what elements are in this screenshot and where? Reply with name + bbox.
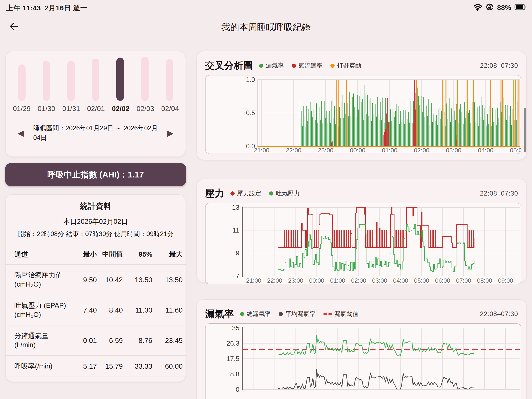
y-tick-label: 26.3 (227, 340, 239, 347)
legend-label: 壓力設定 (237, 189, 261, 198)
day-label: 02/03 (133, 105, 158, 113)
session-time-range: 22:08–07:30 (480, 310, 518, 318)
legend: 總漏氣率 平均漏氣率 漏氣閾值 (240, 310, 359, 318)
leak-threshold-dash-icon (323, 313, 332, 315)
stat-value: 0.01 (70, 336, 97, 345)
next-week-button[interactable]: ▶ (167, 129, 173, 137)
stat-value: 13.50 (152, 276, 183, 284)
y-tick-label: 1.0 (246, 76, 255, 83)
y-tick-label: 35 (232, 324, 239, 332)
total-leak-series (278, 335, 474, 356)
usage-bar[interactable] (166, 59, 173, 101)
x-tick-label: 21:00 (246, 277, 261, 284)
stats-row: 分鐘通氣量(L/min)0.016.598.7623.45 (6, 325, 186, 355)
legend-label: 漏氣率 (266, 62, 284, 70)
x-tick-label: 03:00 (446, 147, 461, 153)
x-tick-label: 01:00 (382, 147, 397, 153)
stat-value: 6.59 (97, 336, 123, 345)
x-tick-label: 00:00 (309, 277, 324, 284)
stat-value: 7.40 (70, 306, 97, 314)
cross-analysis-card: 交叉分析圖 漏氣率 氣流速率 打鼾震動 22:08–07:30 21:0022:… (196, 51, 527, 160)
x-tick-label: 02:00 (414, 147, 429, 153)
x-tick-label: 23:00 (318, 147, 333, 153)
legend: 漏氣率 氣流速率 打鼾震動 (259, 62, 361, 70)
session-time-range: 22:08–07:30 (480, 190, 518, 197)
avg-leak-dot-icon (279, 312, 283, 316)
stats-row: 呼吸容積(mL)0.57415.76528.681436.05 (6, 377, 186, 382)
stat-value: 8.40 (97, 306, 123, 314)
flow-rate-dot-icon (292, 63, 296, 68)
day-label: 02/01 (83, 105, 108, 113)
usage-bar[interactable] (141, 57, 149, 101)
day-label: 02/04 (158, 105, 183, 113)
x-tick-label: 23:00 (288, 277, 304, 284)
usage-bar[interactable] (67, 61, 75, 101)
usage-bar[interactable] (43, 61, 50, 101)
status-bar: 上午 11:432月16日 週一 88% (0, 2, 532, 13)
status-date: 2月16日 週一 (45, 4, 88, 12)
scrollbar[interactable] (524, 108, 526, 152)
stat-value: 10.42 (97, 276, 123, 284)
pressure-card: 壓力 壓力設定 吐氣壓力 22:08–07:30 21:0022:0023:00… (196, 179, 527, 283)
channel-name: 陽壓治療壓力值 (cmH₂O) (14, 271, 70, 289)
chart-title: 交叉分析圖 (205, 59, 253, 72)
usage-bar[interactable] (116, 57, 124, 101)
leak-rate-plot[interactable]: 3526.317.58.80 (205, 323, 521, 399)
legend-label: 吐氣壓力 (276, 189, 300, 198)
y-tick-label: 0.5 (246, 109, 255, 117)
stats-table-header: 通道 最小 中間值 95% 最大 (6, 244, 186, 264)
stat-value: 11.60 (152, 306, 183, 314)
page-title: 我的本周睡眠呼吸紀錄 (0, 19, 532, 35)
stat-value: 33.33 (123, 362, 152, 370)
column-header: 最小 (70, 250, 97, 259)
legend: 壓力設定 吐氣壓力 (230, 189, 300, 198)
avg-leak-series (278, 369, 474, 389)
usage-bar[interactable] (18, 64, 25, 101)
status-time-date: 上午 11:432月16日 週一 (6, 3, 91, 13)
prev-week-button[interactable]: ◀ (18, 129, 24, 137)
x-tick-label: 22:00 (286, 147, 301, 153)
week-day-labels: 01/2901/3001/3102/0102/0202/0302/04 (9, 105, 186, 113)
x-tick-label: 07:00 (456, 277, 471, 284)
legend-label: 打鼾震動 (337, 62, 361, 70)
battery-icon (514, 4, 527, 11)
column-header: 中間值 (97, 250, 123, 259)
usage-bar[interactable] (92, 59, 99, 101)
x-tick-label: 04:00 (478, 147, 493, 153)
session-time-range: 22:08–07:30 (480, 62, 518, 70)
channel-name: 呼吸率(/min) (14, 361, 70, 371)
day-label: 01/29 (9, 105, 34, 113)
cross-analysis-plot[interactable]: 21:0022:0023:0000:0001:0002:0003:0004:00… (205, 75, 521, 154)
column-header: 通道 (14, 250, 70, 259)
legend-label: 平均漏氣率 (285, 310, 316, 318)
left-column: 01/2901/3001/3102/0102/0202/0302/04 ◀ 睡眠… (5, 51, 186, 382)
chart-canvas: 21:0022:0023:0000:0001:0002:0003:0004:00… (206, 76, 521, 153)
stat-value: 5.17 (70, 362, 97, 370)
pressure-plot[interactable]: 21:0022:0023:0000:0001:0002:0003:0004:00… (205, 203, 521, 284)
stats-row: 呼吸率(/min)5.1715.7933.3360.00 (6, 355, 186, 377)
stats-row: 陽壓治療壓力值 (cmH₂O)9.5010.4213.5013.50 (6, 264, 186, 295)
chart-canvas: 3526.317.58.80 (206, 324, 521, 399)
wifi-icon (473, 3, 482, 12)
x-tick-label: 08:00 (477, 277, 492, 284)
x-tick-label: 03:00 (372, 277, 387, 284)
x-tick-label: 09:00 (498, 277, 513, 284)
stat-value: 13.50 (123, 276, 152, 284)
epap-dot-icon (269, 191, 273, 196)
day-label: 02/02 (108, 105, 133, 113)
x-tick-label: 04:00 (393, 277, 408, 284)
stat-value: 11.30 (123, 306, 152, 314)
leak-rate-dot-icon (259, 63, 263, 68)
chart-canvas: 21:0022:0023:0000:0001:0002:0003:0004:00… (206, 203, 521, 284)
total-leak-dot-icon (240, 312, 244, 316)
x-tick-label: 22:00 (267, 277, 282, 284)
legend-label: 漏氣閾值 (334, 310, 359, 318)
y-tick-label: 11 (233, 227, 239, 234)
y-tick-label: 0 (236, 386, 239, 393)
x-tick-label: 05:00 (414, 277, 429, 284)
stats-times: 開始：22時08分 結束：07時30分 使用時間：09時21分 (6, 230, 186, 238)
x-tick-label: 02:00 (351, 277, 366, 284)
stats-title: 統計資料 (6, 201, 186, 212)
day-label: 01/30 (34, 105, 59, 113)
y-tick-label: 7 (236, 272, 239, 280)
